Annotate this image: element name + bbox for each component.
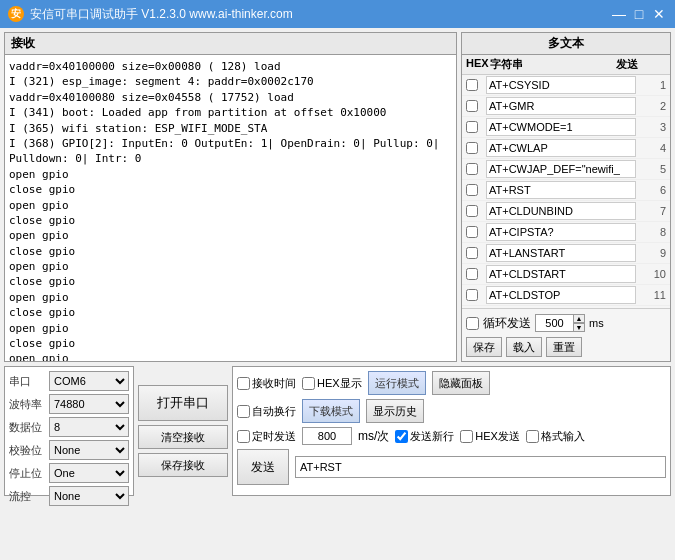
format-input-checkbox[interactable] [526, 430, 539, 443]
maximize-button[interactable]: □ [631, 6, 647, 22]
minimize-button[interactable]: — [611, 6, 627, 22]
multi-row-num-1: 1 [638, 79, 666, 91]
serial-config: 串口 COM6 波特率 74880 数据位 8 校验位 Non [4, 366, 134, 496]
recv-time-option[interactable]: 接收时间 [237, 376, 296, 391]
close-button[interactable]: ✕ [651, 6, 667, 22]
hex-display-option[interactable]: HEX显示 [302, 376, 362, 391]
spinner-down[interactable]: ▼ [573, 323, 585, 332]
multi-row-input-3[interactable] [486, 118, 636, 136]
newline-checkbox[interactable] [395, 430, 408, 443]
multi-row-checkbox-11[interactable] [466, 289, 478, 301]
send-options-row: 接收时间 HEX显示 运行模式 隐藏面板 [237, 371, 666, 395]
multi-row-3: 3 [462, 117, 670, 138]
multi-row-num-9: 9 [638, 247, 666, 259]
data-row: 数据位 8 [9, 417, 129, 437]
multi-row-checkbox-6[interactable] [466, 184, 478, 196]
multi-row-num-8: 8 [638, 226, 666, 238]
clear-recv-button[interactable]: 清空接收 [138, 425, 228, 449]
multi-row-5: 5 [462, 159, 670, 180]
multi-row-input-6[interactable] [486, 181, 636, 199]
multi-row-checkbox-7[interactable] [466, 205, 478, 217]
send-main-button[interactable]: 发送 [237, 449, 289, 485]
reset-button[interactable]: 重置 [546, 337, 582, 357]
load-button[interactable]: 载入 [506, 337, 542, 357]
auto-newline-option[interactable]: 自动换行 [237, 404, 296, 419]
multi-action-buttons: 保存 载入 重置 [466, 337, 666, 357]
multi-row-checkbox-4[interactable] [466, 142, 478, 154]
newline-option[interactable]: 发送新行 [395, 429, 454, 444]
title-bar-controls: — □ ✕ [611, 6, 667, 22]
send-text-input[interactable] [295, 456, 666, 478]
stop-select[interactable]: One [49, 463, 129, 483]
multi-row-input-9[interactable] [486, 244, 636, 262]
hide-panel-button[interactable]: 隐藏面板 [432, 371, 490, 395]
open-port-button[interactable]: 打开串口 [138, 385, 228, 421]
multi-row-4: 4 [462, 138, 670, 159]
multi-row-input-10[interactable] [486, 265, 636, 283]
multi-row-input-4[interactable] [486, 139, 636, 157]
parity-row: 校验位 None [9, 440, 129, 460]
send-input-row: 发送 [237, 449, 666, 485]
format-input-option[interactable]: 格式输入 [526, 429, 585, 444]
show-history-button[interactable]: 显示历史 [366, 399, 424, 423]
port-row: 串口 COM6 [9, 371, 129, 391]
multi-row-num-3: 3 [638, 121, 666, 133]
hex-send-option[interactable]: HEX发送 [460, 429, 520, 444]
multi-row-input-2[interactable] [486, 97, 636, 115]
receive-content[interactable]: vaddr=0x40100000 size=0x00080 ( 128) loa… [5, 55, 456, 361]
multi-rows-container: 1234567891011 [462, 75, 670, 306]
app-icon: 安 [8, 6, 24, 22]
multi-row-checkbox-1[interactable] [466, 79, 478, 91]
multi-row-input-1[interactable] [486, 76, 636, 94]
receive-panel: 接收 vaddr=0x40100000 size=0x00080 ( 128) … [4, 32, 457, 362]
format-input-label: 格式输入 [541, 429, 585, 444]
multi-row-2: 2 [462, 96, 670, 117]
recv-time-label: 接收时间 [252, 376, 296, 391]
multi-row-input-11[interactable] [486, 286, 636, 304]
loop-send-checkbox[interactable] [466, 317, 479, 330]
timing-send-label: 定时发送 [252, 429, 296, 444]
multi-row-input-8[interactable] [486, 223, 636, 241]
center-buttons: 打开串口 清空接收 保存接收 [138, 366, 228, 496]
loop-spinner: ▲ ▼ [535, 313, 585, 333]
multi-row-input-5[interactable] [486, 160, 636, 178]
top-section: 接收 vaddr=0x40100000 size=0x00080 ( 128) … [4, 32, 671, 362]
multi-row-checkbox-3[interactable] [466, 121, 478, 133]
send-col-header: 发送 [568, 57, 638, 72]
save-recv-button[interactable]: 保存接收 [138, 453, 228, 477]
hex-display-checkbox[interactable] [302, 377, 315, 390]
baud-select[interactable]: 74880 [49, 394, 129, 414]
multi-row-7: 7 [462, 201, 670, 222]
spinner-up[interactable]: ▲ [573, 314, 585, 323]
timing-send-checkbox[interactable] [237, 430, 250, 443]
port-select[interactable]: COM6 [49, 371, 129, 391]
parity-select[interactable]: None [49, 440, 129, 460]
loop-value-input[interactable] [535, 314, 573, 332]
multi-row-6: 6 [462, 180, 670, 201]
timing-value-input[interactable] [302, 427, 352, 445]
multi-row-num-2: 2 [638, 100, 666, 112]
multi-row-input-7[interactable] [486, 202, 636, 220]
multi-row-checkbox-9[interactable] [466, 247, 478, 259]
spinner-buttons: ▲ ▼ [573, 314, 585, 332]
loop-row: 循环发送 ▲ ▼ ms [466, 313, 666, 333]
download-mode-button[interactable]: 下载模式 [302, 399, 360, 423]
hex-display-label: HEX显示 [317, 376, 362, 391]
bottom-section: 串口 COM6 波特率 74880 数据位 8 校验位 Non [4, 366, 671, 496]
timing-send-option[interactable]: 定时发送 [237, 429, 296, 444]
auto-newline-checkbox[interactable] [237, 405, 250, 418]
multi-row-checkbox-10[interactable] [466, 268, 478, 280]
multi-row-checkbox-8[interactable] [466, 226, 478, 238]
run-mode-button[interactable]: 运行模式 [368, 371, 426, 395]
newline-label: 发送新行 [410, 429, 454, 444]
hex-send-checkbox[interactable] [460, 430, 473, 443]
hex-send-label: HEX发送 [475, 429, 520, 444]
recv-time-checkbox[interactable] [237, 377, 250, 390]
flow-select[interactable]: None [49, 486, 129, 506]
flow-label: 流控 [9, 489, 45, 504]
multi-row-checkbox-5[interactable] [466, 163, 478, 175]
data-select[interactable]: 8 [49, 417, 129, 437]
save-button[interactable]: 保存 [466, 337, 502, 357]
multi-row-checkbox-2[interactable] [466, 100, 478, 112]
timing-unit-label: ms/次 [358, 428, 389, 445]
